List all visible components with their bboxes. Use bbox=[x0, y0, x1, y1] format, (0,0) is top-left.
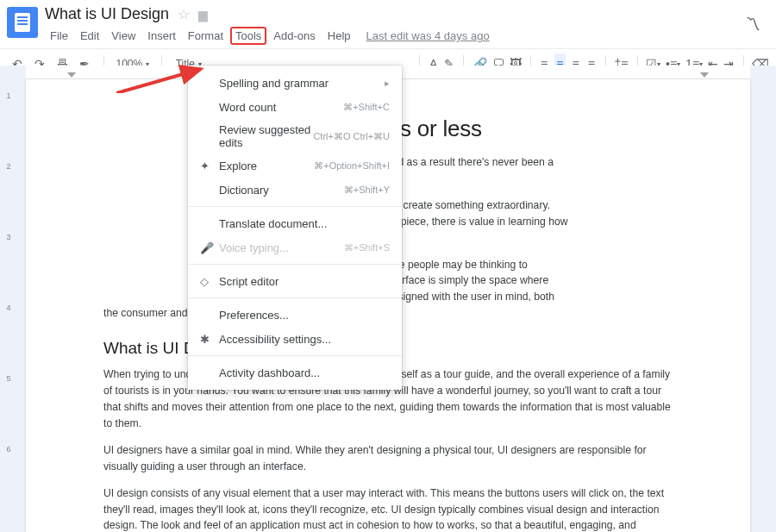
dd-review-edits[interactable]: Review suggested edits Ctrl+⌘O Ctrl+⌘U bbox=[188, 119, 402, 153]
ruler-tick: 3 bbox=[6, 233, 10, 241]
mic-icon: 🎤 bbox=[200, 241, 219, 254]
script-icon: ◇ bbox=[200, 275, 219, 288]
menu-tools[interactable]: Tools bbox=[230, 27, 266, 45]
menu-file[interactable]: File bbox=[45, 27, 73, 45]
indent-marker-left-icon[interactable] bbox=[67, 72, 76, 78]
ruler-tick: 4 bbox=[6, 304, 10, 312]
dd-preferences[interactable]: Preferences... bbox=[188, 303, 402, 327]
vertical-ruler: 1 2 3 4 5 6 bbox=[0, 66, 17, 532]
last-edit-link[interactable]: Last edit was 4 days ago bbox=[366, 29, 490, 42]
docs-app-icon[interactable] bbox=[7, 7, 38, 38]
ruler-tick: 1 bbox=[6, 91, 10, 100]
dd-translate[interactable]: Translate document... bbox=[188, 211, 402, 235]
doc-paragraph[interactable]: UI design consists of any visual element… bbox=[103, 485, 673, 532]
dd-dictionary[interactable]: Dictionary ⌘+Shift+Y bbox=[188, 178, 402, 202]
dd-explore[interactable]: ✦ Explore ⌘+Option+Shift+I bbox=[188, 153, 402, 178]
dd-voice-typing[interactable]: 🎤 Voice typing... ⌘+Shift+S bbox=[188, 235, 402, 260]
tools-dropdown: Spelling and grammar Word count ⌘+Shift+… bbox=[188, 66, 402, 390]
menu-edit[interactable]: Edit bbox=[75, 27, 104, 45]
dd-word-count[interactable]: Word count ⌘+Shift+C bbox=[188, 95, 402, 119]
menu-format[interactable]: Format bbox=[183, 27, 228, 45]
dd-accessibility[interactable]: ✱ Accessibility settings... bbox=[188, 327, 402, 351]
dd-spelling-grammar[interactable]: Spelling and grammar bbox=[188, 71, 402, 95]
menu-help[interactable]: Help bbox=[322, 27, 356, 45]
document-title[interactable]: What is UI Design bbox=[45, 5, 169, 23]
ruler-tick: 6 bbox=[6, 445, 10, 454]
ruler-tick: 5 bbox=[6, 374, 10, 383]
dd-script-editor[interactable]: ◇ Script editor bbox=[188, 269, 402, 293]
explore-icon: ✦ bbox=[200, 160, 219, 172]
star-icon[interactable]: ☆ bbox=[178, 6, 190, 22]
ruler-tick: 2 bbox=[6, 162, 10, 171]
doc-paragraph[interactable]: UI designers have a similar goal in mind… bbox=[103, 442, 673, 475]
menubar: File Edit View Insert Format Tools Add-o… bbox=[45, 27, 769, 48]
dd-activity-dashboard[interactable]: Activity dashboard... bbox=[188, 360, 402, 385]
indent-marker-right-icon[interactable] bbox=[700, 72, 709, 78]
menu-addons[interactable]: Add-ons bbox=[268, 27, 320, 45]
activity-trend-icon[interactable]: 〽 bbox=[745, 16, 760, 34]
titlebar: What is UI Design ☆ ▆ File Edit View Ins… bbox=[0, 0, 776, 48]
accessibility-icon: ✱ bbox=[200, 333, 219, 346]
folder-move-icon[interactable]: ▆ bbox=[198, 8, 208, 22]
menu-view[interactable]: View bbox=[106, 27, 141, 45]
menu-insert[interactable]: Insert bbox=[142, 27, 181, 45]
